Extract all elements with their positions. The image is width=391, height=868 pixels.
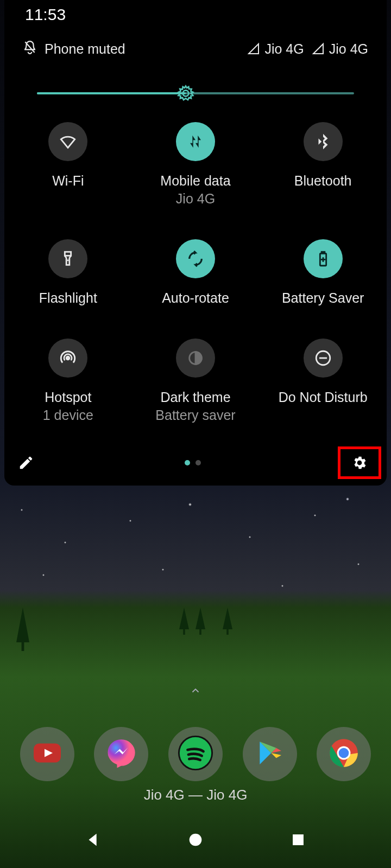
- hotspot-icon: [48, 339, 87, 378]
- tile-batterysaver[interactable]: Battery Saver: [259, 239, 387, 306]
- app-chrome[interactable]: [317, 727, 371, 781]
- wifi-icon: [48, 122, 87, 161]
- tile-bluetooth[interactable]: Bluetooth: [259, 122, 387, 207]
- signal-icon: [312, 42, 325, 55]
- carrier-line: Jio 4G — Jio 4G: [0, 787, 391, 803]
- chrome-icon: [327, 736, 361, 772]
- signal-icon: [247, 42, 260, 55]
- app-spotify[interactable]: [168, 727, 223, 781]
- dnd-icon: [304, 339, 343, 378]
- app-youtube[interactable]: [20, 727, 74, 781]
- tile-label: Dark theme: [160, 390, 230, 405]
- page-indicator: [48, 460, 338, 465]
- edit-tiles-button[interactable]: [4, 455, 48, 471]
- brightness-thumb-icon[interactable]: [177, 85, 194, 102]
- sim1-signal: Jio 4G: [247, 41, 304, 57]
- tile-label: Auto-rotate: [162, 290, 229, 306]
- dock: [0, 727, 391, 781]
- flashlight-icon: [48, 239, 87, 278]
- status-clock: 11:53: [25, 5, 66, 24]
- svg-rect-4: [321, 252, 325, 253]
- phone-muted-label: Phone muted: [45, 41, 125, 57]
- tile-darktheme[interactable]: Dark themeBattery saver: [132, 339, 260, 423]
- tile-autorotate[interactable]: Auto-rotate: [132, 239, 260, 306]
- tile-sublabel: Jio 4G: [176, 191, 215, 207]
- svg-point-5: [66, 356, 70, 360]
- tile-label: Battery Saver: [282, 290, 364, 306]
- tile-flashlight[interactable]: Flashlight: [4, 239, 132, 306]
- sim2-signal: Jio 4G: [312, 41, 368, 57]
- tile-label: Flashlight: [39, 290, 97, 306]
- home-button[interactable]: [186, 831, 205, 851]
- tile-label: Hotspot: [45, 390, 91, 405]
- tile-wifi[interactable]: Wi-Fi: [4, 122, 132, 207]
- svg-rect-16: [293, 834, 304, 845]
- tile-label: Bluetooth: [294, 173, 352, 189]
- brightness-slider[interactable]: [37, 87, 354, 100]
- pencil-icon: [18, 455, 34, 471]
- svg-point-15: [190, 834, 202, 846]
- tile-hotspot[interactable]: Hotspot1 device: [4, 339, 132, 423]
- gear-icon: [351, 455, 368, 471]
- sim1-label: Jio 4G: [264, 41, 304, 57]
- bluetooth-icon: [304, 122, 343, 161]
- svg-point-0: [183, 91, 189, 97]
- sim2-label: Jio 4G: [329, 41, 368, 57]
- tile-label: Mobile data: [160, 173, 230, 189]
- darktheme-icon: [176, 339, 215, 378]
- mobiledata-icon: [176, 122, 215, 161]
- svg-rect-1: [65, 252, 71, 256]
- quick-settings-panel: 11:53 Phone muted Jio 4G Jio 4G Wi-FiM: [4, 0, 387, 486]
- tile-dnd[interactable]: Do Not Disturb: [259, 339, 387, 423]
- playstore-icon: [255, 738, 285, 770]
- youtube-icon: [31, 737, 64, 771]
- bell-off-icon: [23, 40, 37, 58]
- batterysaver-icon: [304, 239, 343, 278]
- tile-label: Wi-Fi: [52, 173, 84, 189]
- navigation-bar: [0, 825, 391, 857]
- autorotate-icon: [176, 239, 215, 278]
- recents-button[interactable]: [289, 831, 307, 851]
- page-dot: [185, 460, 190, 465]
- status-row: Phone muted Jio 4G Jio 4G: [23, 40, 368, 58]
- expand-handle-icon[interactable]: [190, 685, 201, 699]
- svg-point-14: [339, 748, 349, 758]
- tile-mobiledata[interactable]: Mobile dataJio 4G: [132, 122, 260, 207]
- spotify-icon: [176, 734, 215, 774]
- app-messenger[interactable]: [94, 727, 148, 781]
- tile-sublabel: Battery saver: [155, 407, 235, 423]
- messenger-icon: [105, 737, 137, 771]
- app-playstore[interactable]: [243, 727, 297, 781]
- tile-sublabel: 1 device: [43, 407, 93, 423]
- tile-label: Do Not Disturb: [279, 390, 368, 405]
- page-dot: [195, 460, 201, 465]
- back-button[interactable]: [84, 831, 103, 851]
- settings-button[interactable]: [338, 446, 381, 479]
